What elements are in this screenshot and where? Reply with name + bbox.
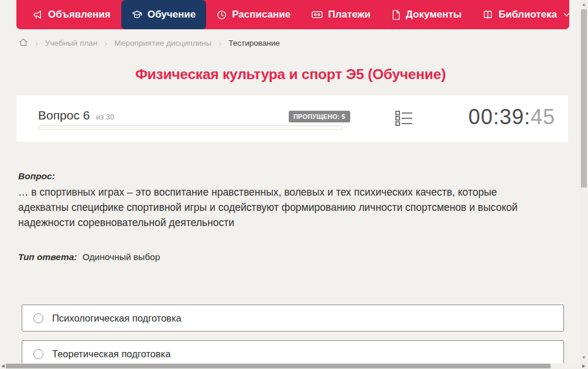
- breadcrumb-separator-icon: ›: [104, 39, 107, 47]
- nav-item-library[interactable]: Библиотека: [472, 0, 580, 29]
- document-icon: [392, 10, 401, 20]
- graduation-cap-icon: [132, 10, 142, 20]
- page-title: Физическая культура и спорт Э5 (Обучение…: [0, 66, 581, 83]
- megaphone-icon: [33, 10, 43, 20]
- radio-button[interactable]: [33, 349, 43, 359]
- nav-item-label: Объявления: [48, 9, 111, 20]
- question-number: Вопрос 6: [38, 108, 90, 122]
- breadcrumb: › Учебный план › Мероприятие дисциплины …: [19, 36, 280, 49]
- answer-type-value: Одиночный выбор: [83, 252, 160, 262]
- horizontal-scrollbar-thumb[interactable]: [6, 364, 551, 368]
- answer-option-psychological[interactable]: Психологическая подготовка: [22, 305, 564, 332]
- scroll-left-arrow-icon[interactable]: ◀: [0, 363, 6, 369]
- clock-icon: [217, 10, 227, 20]
- scroll-down-arrow-icon[interactable]: ▼: [580, 354, 588, 362]
- home-icon[interactable]: [19, 37, 28, 49]
- breadcrumb-item-curriculum[interactable]: Учебный план: [45, 39, 97, 47]
- timer-main: 00:39:: [469, 105, 531, 129]
- skipped-badge: ПРОПУЩЕНО: 5: [289, 111, 350, 122]
- vertical-scrollbar-thumb[interactable]: [581, 9, 587, 187]
- nav-item-documents[interactable]: Документы: [381, 0, 473, 29]
- nav-item-announcements[interactable]: Объявления: [22, 0, 121, 29]
- question-label: Вопрос:: [18, 171, 55, 182]
- scroll-right-arrow-icon[interactable]: ▶: [581, 363, 587, 369]
- radio-button[interactable]: [33, 313, 43, 323]
- breadcrumb-item-testing: Тестирование: [228, 39, 280, 47]
- answer-option-label: Теоретическая подготовка: [52, 348, 170, 360]
- answer-type-label: Тип ответа:: [18, 252, 77, 262]
- answer-type-row: Тип ответа: Одиночный выбор: [18, 252, 160, 262]
- horizontal-scrollbar[interactable]: ◀ ▶: [0, 363, 588, 369]
- credit-card-icon: [312, 10, 323, 19]
- answer-option-label: Психологическая подготовка: [52, 313, 182, 324]
- breadcrumb-item-discipline-event[interactable]: Мероприятие дисциплины: [114, 39, 211, 47]
- scroll-up-arrow-icon[interactable]: ▲: [580, 1, 588, 9]
- nav-item-label: Документы: [406, 9, 462, 20]
- question-list-button[interactable]: [394, 111, 414, 128]
- question-list-icon: [395, 111, 413, 128]
- breadcrumb-separator-icon: ›: [35, 39, 38, 47]
- question-counter: Вопрос 6 из 30: [38, 108, 114, 122]
- progress-bar: [38, 125, 343, 130]
- nav-item-label: Обучение: [148, 9, 196, 20]
- nav-item-label: Расписание: [232, 9, 290, 20]
- chevron-down-icon: [563, 12, 570, 17]
- breadcrumb-separator-icon: ›: [218, 39, 221, 47]
- nav-item-label: Библиотека: [498, 9, 557, 20]
- nav-item-education[interactable]: Обучение: [121, 0, 206, 29]
- nav-item-label: Платежи: [328, 9, 371, 20]
- timer-seconds: 45: [531, 105, 555, 129]
- book-icon: [483, 10, 493, 20]
- question-text: … в спортивных играх – это воспитание нр…: [18, 184, 550, 230]
- vertical-scrollbar[interactable]: ▲ ▼: [580, 0, 588, 363]
- question-total: из 30: [96, 112, 114, 121]
- nav-item-payments[interactable]: Платежи: [301, 0, 381, 29]
- top-navbar: Объявления Обучение Расписание: [16, 0, 569, 29]
- nav-item-schedule[interactable]: Расписание: [206, 0, 301, 29]
- timer: 00:39:45: [469, 105, 555, 129]
- question-panel: Вопрос 6 из 30 ПРОПУЩЕНО: 5 00:39:45: [16, 95, 568, 142]
